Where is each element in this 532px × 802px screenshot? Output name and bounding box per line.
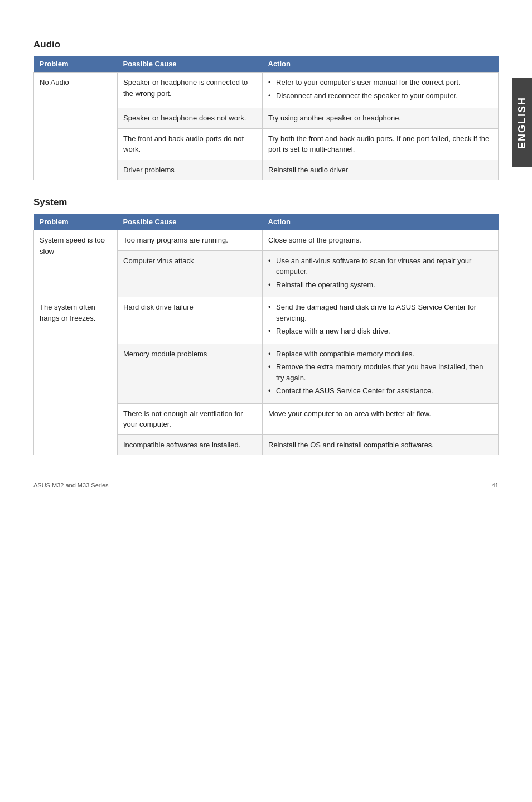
- problem-cell: The system often hangs or freezes.: [34, 297, 118, 455]
- side-tab-label: ENGLISH: [516, 96, 528, 149]
- action-bullet: Contact the ASUS Service Center for assi…: [268, 385, 492, 397]
- problem-cell: No Audio: [34, 73, 118, 180]
- audio-col-problem: Problem: [34, 56, 118, 73]
- action-bullet: Reinstall the operating system.: [268, 279, 492, 291]
- action-cell: Reinstall the audio driver: [263, 160, 499, 180]
- action-bullet: Disconnect and reconnect the speaker to …: [268, 90, 492, 102]
- side-tab: ENGLISH: [512, 78, 532, 167]
- action-cell: Refer to your computer's user manual for…: [263, 73, 499, 108]
- cause-cell: Memory module problems: [118, 344, 263, 403]
- cause-cell: The front and back audio ports do not wo…: [118, 128, 263, 160]
- page-container: ENGLISH Audio Problem Possible Cause Act…: [0, 0, 532, 505]
- action-cell: Send the damaged hard disk drive to ASUS…: [263, 297, 499, 344]
- cause-cell: Speaker or headphone does not work.: [118, 108, 263, 129]
- system-heading: System: [33, 197, 499, 208]
- cause-cell: Computer virus attack: [118, 250, 263, 297]
- action-cell: Replace with compatible memory modules.R…: [263, 344, 499, 403]
- cause-cell: Hard disk drive failure: [118, 297, 263, 344]
- footer-left: ASUS M32 and M33 Series: [33, 482, 109, 489]
- cause-cell: There is not enough air ventilation for …: [118, 403, 263, 434]
- action-cell: Close some of the programs.: [263, 230, 499, 251]
- action-bullet: Refer to your computer's user manual for…: [268, 77, 492, 88]
- action-cell: Try using another speaker or headphone.: [263, 108, 499, 129]
- table-row: System speed is too slowToo many program…: [34, 230, 499, 251]
- action-cell: Reinstall the OS and reinstall compatibl…: [263, 434, 499, 455]
- audio-table: Problem Possible Cause Action No AudioSp…: [33, 56, 499, 180]
- action-bullet: Send the damaged hard disk drive to ASUS…: [268, 302, 492, 323]
- system-table: Problem Possible Cause Action System spe…: [33, 214, 499, 455]
- action-bullet: Replace with a new hard disk drive.: [268, 326, 492, 337]
- action-cell: Try both the front and back audio ports.…: [263, 128, 499, 160]
- action-bullet: Remove the extra memory modules that you…: [268, 361, 492, 383]
- system-col-cause: Possible Cause: [118, 214, 263, 230]
- problem-cell: System speed is too slow: [34, 230, 118, 297]
- system-col-problem: Problem: [34, 214, 118, 230]
- footer: ASUS M32 and M33 Series 41: [33, 477, 499, 489]
- footer-right: 41: [492, 482, 499, 489]
- system-col-action: Action: [263, 214, 499, 230]
- table-row: The system often hangs or freezes.Hard d…: [34, 297, 499, 344]
- action-cell: Move your computer to an area with bette…: [263, 403, 499, 434]
- action-bullet: Replace with compatible memory modules.: [268, 349, 492, 360]
- cause-cell: Too many programs are running.: [118, 230, 263, 251]
- audio-col-action: Action: [263, 56, 499, 73]
- table-row: No AudioSpeaker or headphone is connecte…: [34, 73, 499, 108]
- cause-cell: Speaker or headphone is connected to the…: [118, 73, 263, 108]
- cause-cell: Incompatible softwares are installed.: [118, 434, 263, 455]
- action-cell: Use an anti-virus software to scan for v…: [263, 250, 499, 297]
- action-bullet: Use an anti-virus software to scan for v…: [268, 255, 492, 277]
- audio-col-cause: Possible Cause: [118, 56, 263, 73]
- cause-cell: Driver problems: [118, 160, 263, 180]
- audio-heading: Audio: [33, 39, 499, 50]
